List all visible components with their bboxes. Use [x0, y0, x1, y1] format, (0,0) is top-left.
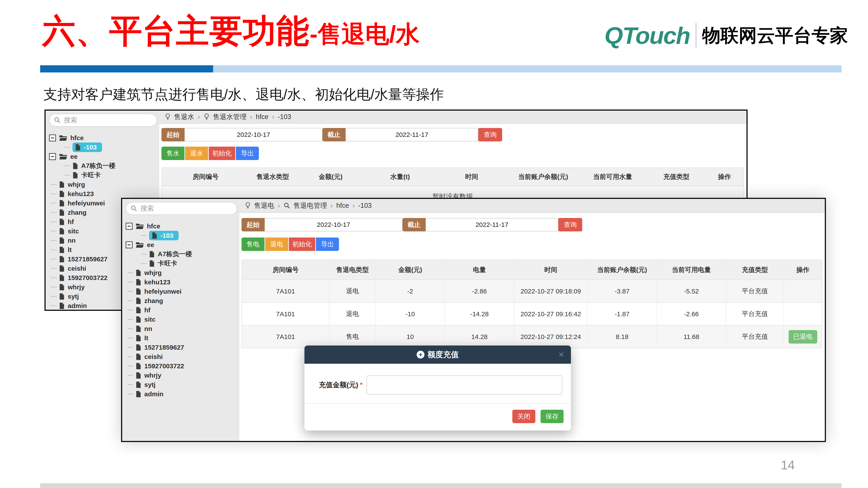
tree-item-ee[interactable]: ee — [126, 240, 237, 250]
tree-item-label: 15927003722 — [68, 274, 107, 282]
plus-circle-icon — [416, 351, 425, 359]
start-date-input[interactable]: 2022-10-17 — [184, 128, 322, 141]
tree-item-hfce[interactable]: hfce — [126, 222, 237, 231]
start-date-input[interactable]: 2022-10-17 — [265, 218, 403, 231]
file-icon — [135, 391, 141, 397]
query-button[interactable]: 查询 — [558, 218, 582, 231]
end-date-input[interactable]: 2022-11-17 — [345, 128, 478, 141]
tree-item-selected[interactable]: -103 — [149, 231, 179, 240]
tree-item-卡旺卡[interactable]: 卡旺卡 — [126, 259, 237, 268]
logo-divider — [695, 23, 696, 48]
table-cell: 7A101 — [242, 280, 330, 302]
tree-connector — [51, 184, 56, 185]
refunded-badge-button[interactable]: 已退电 — [788, 330, 817, 344]
tree-item-label: hf — [144, 306, 150, 314]
action-button-售水[interactable]: 售水 — [161, 147, 184, 160]
action-button-初始化[interactable]: 初始化 — [289, 237, 315, 251]
breadcrumb-item[interactable]: hfce — [336, 202, 349, 209]
tree-item-15927003722[interactable]: 15927003722 — [126, 361, 237, 371]
table-cell: 7A101 — [242, 303, 330, 325]
tree-item-sitc[interactable]: sitc — [126, 315, 237, 324]
column-header: 水量(t) — [365, 168, 435, 186]
table-cell: 2022-10-27 09:16:42 — [515, 303, 588, 325]
action-button-售电[interactable]: 售电 — [242, 237, 265, 251]
column-header: 房间编号 — [162, 168, 250, 186]
file-icon — [135, 297, 141, 304]
tree-item-hfce[interactable]: hfce — [49, 133, 157, 142]
breadcrumb-item[interactable]: 售退电管理 — [293, 201, 327, 210]
file-icon — [59, 181, 65, 188]
file-icon — [135, 335, 141, 341]
tree-item-sytj[interactable]: sytj — [126, 380, 237, 389]
tree-item-label: kehu123 — [144, 279, 170, 286]
breadcrumb-item[interactable]: 售退电 — [254, 201, 274, 210]
breadcrumb-item[interactable]: 售退水 — [174, 112, 194, 122]
search-input[interactable]: 搜索 — [126, 202, 237, 215]
tree-item-label: hf — [68, 218, 74, 226]
search-input[interactable]: 搜索 — [49, 113, 157, 127]
tree-connector — [51, 259, 56, 259]
date-filter-row: 起始 2022-10-17 截止 2022-11-17 查询 — [161, 128, 744, 141]
breadcrumb-separator: › — [250, 113, 252, 121]
tree-connector — [128, 338, 133, 338]
tree-item-label: A7栋负一楼 — [158, 250, 192, 259]
tree-item-hefeiyunwei[interactable]: hefeiyunwei — [126, 287, 237, 296]
tree-item-卡旺卡[interactable]: 卡旺卡 — [49, 170, 157, 180]
tree-item--103[interactable]: -103 — [126, 231, 237, 240]
collapse-toggle-icon[interactable] — [126, 241, 132, 248]
end-date-input[interactable]: 2022-11-17 — [426, 218, 558, 231]
tree-item-ee[interactable]: ee — [49, 152, 157, 161]
tree-item-kehu123[interactable]: kehu123 — [49, 189, 157, 198]
close-icon[interactable] — [558, 350, 565, 359]
recharge-amount-input[interactable] — [367, 376, 562, 394]
modal-save-button[interactable]: 保存 — [540, 410, 563, 423]
breadcrumb-item[interactable]: hfce — [256, 113, 269, 121]
recharge-amount-label: 充值金额(元)* — [312, 380, 363, 390]
tree-item-lt[interactable]: lt — [126, 333, 237, 343]
column-header: 房间编号 — [242, 260, 330, 280]
modal-close-button[interactable]: 关闭 — [512, 410, 535, 423]
tree-connector — [51, 203, 56, 203]
tree-item-whrjy[interactable]: whrjy — [126, 371, 237, 380]
tree-item-whjrg[interactable]: whjrg — [49, 180, 157, 189]
magnifier-icon — [283, 202, 290, 209]
tree-item-whjrg[interactable]: whjrg — [126, 268, 237, 278]
tree-connector — [51, 193, 56, 194]
tree-item-label: nn — [68, 237, 76, 244]
page-number: 14 — [781, 458, 795, 472]
breadcrumb-item[interactable]: -103 — [358, 202, 372, 209]
action-button-导出[interactable]: 导出 — [236, 147, 259, 160]
tree-item-label: hefeiyunwei — [144, 288, 182, 295]
action-button-导出[interactable]: 导出 — [316, 237, 339, 251]
tree-item-selected[interactable]: -103 — [72, 142, 102, 152]
recharge-modal-header: 额度充值 — [305, 346, 571, 364]
action-button-退电[interactable]: 退电 — [265, 237, 288, 251]
tree-item--103[interactable]: -103 — [49, 142, 157, 152]
tree-item-label: whjrg — [68, 181, 85, 188]
tree-item-A7栋负一楼[interactable]: A7栋负一楼 — [49, 161, 157, 170]
tree-item-kehu123[interactable]: kehu123 — [126, 278, 237, 287]
breadcrumb-item[interactable]: 售退水管理 — [213, 112, 247, 122]
page-title-main: 六、平台主要功能 — [42, 9, 310, 54]
breadcrumb-item[interactable]: -103 — [278, 113, 291, 121]
collapse-toggle-icon[interactable] — [126, 223, 132, 230]
collapse-toggle-icon[interactable] — [49, 153, 56, 160]
tree-item-hf[interactable]: hf — [126, 305, 237, 315]
tree-item-A7栋负一楼[interactable]: A7栋负一楼 — [126, 250, 237, 259]
file-icon — [59, 247, 65, 253]
tree-item-nn[interactable]: nn — [126, 324, 237, 333]
collapse-toggle-icon[interactable] — [49, 134, 56, 141]
tree-item-15271859627[interactable]: 15271859627 — [126, 343, 237, 352]
recharge-modal-body: 充值金额(元)* — [305, 364, 571, 394]
tree-item-ceishi[interactable]: ceishi — [126, 352, 237, 361]
file-icon — [135, 316, 141, 323]
action-button-初始化[interactable]: 初始化 — [209, 147, 235, 160]
file-icon — [59, 209, 65, 216]
tree-item-zhang[interactable]: zhang — [126, 296, 237, 305]
query-button[interactable]: 查询 — [478, 128, 502, 141]
action-button-退水[interactable]: 退水 — [185, 147, 208, 160]
table-cell: -10 — [376, 303, 445, 325]
tree-item-admin[interactable]: admin — [126, 389, 237, 399]
table-cell-operation — [784, 280, 822, 302]
file-icon — [59, 237, 65, 244]
